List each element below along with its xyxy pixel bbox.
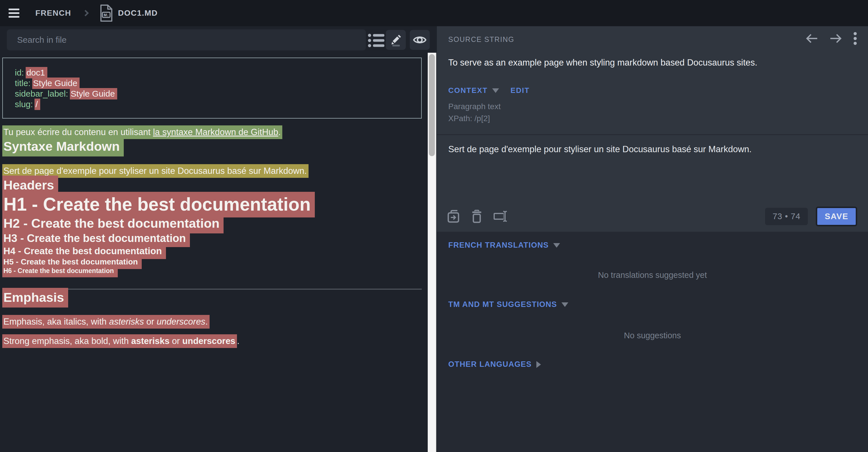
edit-mode-button[interactable] xyxy=(386,30,406,50)
scrollbar-thumb[interactable] xyxy=(429,54,435,156)
h2-example: H2 - Create the best documentation xyxy=(2,216,422,231)
section-label: FRENCH TRANSLATIONS xyxy=(448,241,549,250)
triangle-down-icon xyxy=(492,88,499,93)
translation-panel: SOURCE STRING To serve as an example pag… xyxy=(437,26,868,452)
h1-example: H1 - Create the best documentation xyxy=(2,193,422,216)
search-input[interactable] xyxy=(7,29,366,51)
top-bar: FRENCH M↓ DOC1.MD xyxy=(0,0,868,26)
h3-example: H3 - Create the best documentation xyxy=(2,231,422,245)
trash-icon xyxy=(471,209,483,223)
strong-text: Strong emphasis, aka bold, with xyxy=(3,336,131,346)
preview-mode-button[interactable] xyxy=(410,30,430,50)
context-toggle[interactable]: CONTEXT xyxy=(448,86,488,95)
emphasis-text: Emphasis, aka italics, with xyxy=(3,317,109,327)
chevron-right-icon xyxy=(82,10,89,17)
menu-icon[interactable] xyxy=(8,8,20,18)
document-preview: id:doc1 title:Style Guide sidebar_label:… xyxy=(0,54,428,452)
emphasis-text: . xyxy=(205,317,208,327)
frontmatter-block: id:doc1 title:Style Guide sidebar_label:… xyxy=(2,58,422,119)
svg-text:M↓: M↓ xyxy=(104,13,108,17)
delete-translation-button[interactable] xyxy=(471,209,483,223)
frontmatter-line: sidebar_label:Style Guide xyxy=(15,88,410,99)
emphasis-paragraph: Emphasis, aka italics, with asterisks or… xyxy=(2,316,422,328)
arrow-right-icon xyxy=(829,32,842,44)
frontmatter-line: title:Style Guide xyxy=(15,78,410,88)
translated-string[interactable]: Syntaxe Markdown xyxy=(2,137,124,157)
italic-word: underscores xyxy=(157,317,206,327)
char-count-badge: 73 • 74 xyxy=(765,208,808,225)
pencil-icon xyxy=(389,33,402,46)
string-navigation xyxy=(795,31,857,45)
context-type: Paragraph text xyxy=(448,102,501,111)
search-row xyxy=(0,26,428,54)
syntax-markdown-heading: Syntaxe Markdown xyxy=(2,138,422,155)
frontmatter-value-string[interactable]: / xyxy=(34,99,40,110)
untranslated-string[interactable]: Strong emphasis, aka bold, with asterisk… xyxy=(2,334,237,348)
list-icon xyxy=(368,33,384,48)
section-label: TM AND MT SUGGESTIONS xyxy=(448,300,557,309)
frontmatter-value-string[interactable]: Style Guide xyxy=(32,77,80,89)
kebab-menu-icon xyxy=(853,31,857,45)
suggestions-area: FRENCH TRANSLATIONS No translations sugg… xyxy=(437,232,868,452)
section-label: OTHER LANGUAGES xyxy=(448,360,532,369)
triangle-down-icon xyxy=(561,302,568,307)
untranslated-string[interactable]: Emphasis xyxy=(2,288,68,308)
intro-suffix: . xyxy=(278,127,281,137)
document-panel: id:doc1 title:Style Guide sidebar_label:… xyxy=(0,26,428,452)
more-options-button[interactable] xyxy=(853,31,857,45)
strong-paragraph: Strong emphasis, aka bold, with asterisk… xyxy=(2,335,422,347)
suggestions-empty-text: No suggestions xyxy=(437,331,868,340)
markdown-syntax-link[interactable]: la syntaxe Markdown de GitHub xyxy=(153,127,278,137)
triangle-right-icon xyxy=(536,361,541,368)
translation-input[interactable]: Sert de page d'exemple pour styliser un … xyxy=(448,143,857,200)
document-scrollbar[interactable] xyxy=(428,53,436,452)
arrow-left-icon xyxy=(805,32,818,44)
untranslated-string[interactable]: Emphasis, aka italics, with asterisks or… xyxy=(2,315,210,329)
text-cursor-icon xyxy=(493,209,507,223)
edit-context-button[interactable]: EDIT xyxy=(510,86,529,95)
bold-word: underscores xyxy=(182,336,235,346)
section-other-languages[interactable]: OTHER LANGUAGES xyxy=(448,360,541,369)
source-string-card: SOURCE STRING To serve as an example pag… xyxy=(437,26,868,232)
copy-source-button[interactable] xyxy=(447,209,460,223)
breadcrumb-project[interactable]: FRENCH xyxy=(35,8,71,18)
frontmatter-value-string[interactable]: doc1 xyxy=(26,67,47,78)
eye-icon xyxy=(413,34,427,45)
markdown-file-icon: M↓ xyxy=(99,4,113,22)
section-french-translations[interactable]: FRENCH TRANSLATIONS xyxy=(448,241,560,250)
strong-text: or xyxy=(169,336,182,346)
emphasis-text: or xyxy=(144,317,157,327)
translation-toolbar: 73 • 74 SAVE xyxy=(447,206,857,227)
save-button[interactable]: SAVE xyxy=(816,206,857,226)
context-xpath: XPath: /p[2] xyxy=(448,114,490,123)
frontmatter-line: id:doc1 xyxy=(15,67,410,78)
translations-empty-text: No translations suggested yet xyxy=(437,270,868,280)
frontmatter-line: slug:/ xyxy=(15,99,410,109)
emphasis-heading: Emphasis xyxy=(2,290,422,305)
headers-heading: Headers xyxy=(2,177,422,193)
section-tm-mt-suggestions[interactable]: TM AND MT SUGGESTIONS xyxy=(448,300,568,309)
triangle-down-icon xyxy=(553,243,560,248)
frontmatter-key: title: xyxy=(15,78,31,88)
selected-paragraph: Sert de page d'exemple pour styliser un … xyxy=(2,165,422,177)
frontmatter-value-string[interactable]: Style Guide xyxy=(70,88,117,99)
intro-text: Tu peux écrire du contenu en utilisant xyxy=(3,127,153,137)
bold-word: asterisks xyxy=(131,336,169,346)
frontmatter-key: id: xyxy=(15,68,24,77)
string-list-button[interactable] xyxy=(368,33,384,48)
next-string-button[interactable] xyxy=(829,32,842,44)
italic-word: asterisks xyxy=(109,317,144,327)
frontmatter-key: slug: xyxy=(15,99,33,109)
frontmatter-key: sidebar_label: xyxy=(15,89,68,98)
editor-divider xyxy=(437,134,868,135)
select-text-button[interactable] xyxy=(493,209,507,223)
copy-source-icon xyxy=(447,209,460,223)
source-string-label: SOURCE STRING xyxy=(448,35,515,43)
untranslated-string[interactable]: H6 - Create the best documentation xyxy=(2,265,118,277)
previous-string-button[interactable] xyxy=(805,32,818,44)
source-text: To serve as an example page when styling… xyxy=(448,57,857,69)
h6-example: H6 - Create the best documentation xyxy=(2,267,422,275)
breadcrumb-file: DOC1.MD xyxy=(118,8,158,18)
context-row: CONTEXT EDIT xyxy=(448,86,529,95)
strong-suffix: . xyxy=(237,336,240,346)
